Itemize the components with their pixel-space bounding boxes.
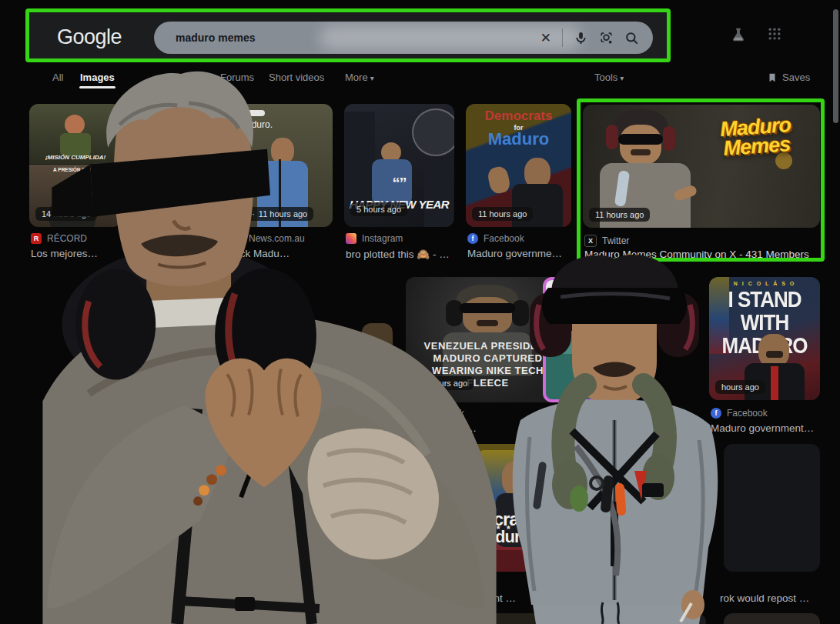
result-source[interactable]: f Facebook — [711, 408, 820, 419]
labs-flask-icon[interactable] — [730, 26, 747, 46]
timestamp-badge: ▶·11 hours ago — [237, 207, 313, 221]
clear-search-icon[interactable]: ✕ — [540, 32, 551, 45]
play-icon: ▶ — [243, 211, 248, 218]
chevron-down-icon: ▾ — [370, 74, 374, 82]
result-source[interactable]: Instagram — [346, 233, 454, 244]
result-title[interactable]: Maduro government… — [711, 422, 820, 434]
news-favicon: n — [233, 233, 243, 244]
dark-figure — [424, 158, 453, 227]
result-tile-fragment[interactable] — [583, 613, 706, 624]
result-tile-fragment[interactable] — [362, 323, 393, 402]
apps-grid-icon[interactable] — [767, 26, 782, 46]
meme-caption: Maduro — [466, 129, 571, 149]
result-title[interactable]: rok would repost … — [720, 592, 820, 604]
photo-panel — [554, 300, 591, 354]
result-tile-democrats-2[interactable]: ★ ★ ★ ★ Democrats for Maduro 11 hours ag… — [408, 444, 571, 572]
timestamp-badge: 11 hours ago — [414, 541, 475, 555]
wrestler-face — [59, 182, 85, 205]
inset-circle — [412, 108, 454, 156]
tab-all[interactable]: All — [52, 72, 63, 83]
result-tile-democrats[interactable]: Democrats for Maduro 11 hours ago — [466, 104, 571, 227]
instagram-favicon — [346, 233, 356, 244]
result-highlight-box — [577, 98, 825, 262]
result-tile-fragment[interactable] — [724, 613, 820, 624]
search-query-text: maduro memes — [176, 32, 255, 44]
meme-caption: A PRESIÓN QUE… — [29, 167, 122, 172]
active-tab-underline — [79, 86, 115, 88]
meme-caption: Maduro. — [239, 119, 273, 130]
timestamp-badge: 14 hours ago — [35, 207, 97, 221]
mustache — [766, 351, 783, 358]
timestamp-badge: hours ago — [715, 380, 765, 394]
meme-caption: NICOLAS MA… — [546, 280, 600, 291]
meme-caption: Democrats — [466, 108, 571, 124]
result-title[interactable]: . . . . . #Ma… — [325, 592, 399, 604]
facebook-favicon: f — [711, 408, 721, 419]
result-source[interactable]: f Facebook — [410, 578, 571, 589]
result-title[interactable]: bro plotted this 🙈 - … — [346, 248, 454, 260]
bookmark-icon — [767, 72, 778, 83]
scrollbar-thumb[interactable] — [833, 9, 838, 123]
search-bar-highlight-box: Google maduro memes ✕ — [25, 8, 671, 62]
tools-button[interactable]: Tools▾ — [594, 72, 624, 83]
divider — [562, 28, 563, 47]
result-title[interactable]: Maduro government … — [410, 592, 571, 604]
result-tile-woman[interactable] — [323, 462, 397, 572]
result-tile-grok[interactable] — [724, 444, 820, 572]
maduro-face — [502, 461, 533, 496]
result-tile-record[interactable]: ¡MISIÓN CUMPLIDA! A PRESIÓN QUE… 14 hour… — [29, 104, 122, 227]
search-submit-icon[interactable] — [624, 31, 639, 45]
sunglasses — [460, 303, 515, 313]
tab-more[interactable]: More▾ — [345, 72, 374, 83]
facebook-favicon: f — [407, 408, 418, 419]
facebook-favicon: f — [410, 578, 420, 589]
timestamp-badge: 5 hours ago — [350, 202, 407, 216]
face — [346, 494, 362, 512]
red-tie — [771, 366, 778, 400]
result-title[interactable]: Los mejores… — [31, 248, 122, 259]
record-favicon: R — [31, 233, 42, 244]
google-lens-icon[interactable] — [599, 31, 614, 45]
tab-forums[interactable]: Forums — [220, 72, 254, 83]
facebook-favicon: f — [467, 233, 478, 244]
ear-protector — [512, 300, 529, 326]
mic-icon[interactable] — [574, 31, 588, 45]
puppet-face — [65, 115, 85, 135]
chevron-down-icon: ▾ — [620, 74, 624, 82]
google-logo[interactable]: Google — [57, 25, 122, 49]
puppet-body — [60, 133, 91, 156]
timestamp-badge: 11 hours ago — [472, 207, 533, 221]
result-title[interactable]: sick Madu… — [233, 248, 333, 259]
watermark-badge — [239, 110, 265, 116]
maduro-face — [271, 138, 294, 164]
result-source[interactable]: f Facebook — [407, 408, 570, 419]
meme-caption: ¡MISIÓN CUMPLIDA! — [29, 154, 122, 161]
result-tile-fragment[interactable] — [408, 613, 571, 624]
result-source[interactable]: f Facebook — [467, 233, 571, 244]
result-source[interactable]: R RÉCORD — [31, 233, 122, 244]
timestamp-badge: 16 hours ago — [412, 376, 474, 390]
result-title[interactable]: Tech Fleece … — [407, 422, 570, 434]
result-tile-i-stand[interactable]: N I C O L Á S O I STAND WITH MADURO hour… — [709, 277, 820, 400]
tab-images[interactable]: Images — [80, 72, 115, 83]
quote-marks: “” — [344, 175, 454, 192]
result-tile-fragment[interactable] — [350, 613, 397, 624]
mustache — [477, 320, 498, 326]
result-source[interactable]: n News.com.au — [233, 233, 333, 244]
search-input[interactable]: maduro memes ✕ — [154, 22, 653, 54]
result-tile-new-year[interactable]: “” HAPPY NEW YEAR 5 hours ago — [344, 104, 454, 227]
google-images-page: Google maduro memes ✕ — [0, 0, 840, 624]
result-title[interactable]: Maduro governme… — [467, 248, 571, 259]
tab-short-videos[interactable]: Short videos — [269, 72, 324, 83]
saves-button[interactable]: Saves — [767, 72, 810, 83]
car-window — [366, 468, 397, 525]
result-tile-nicolas[interactable]: NICOLAS MA… — [543, 277, 603, 402]
result-tile-maduro-video[interactable]: Maduro. ▶·11 hours ago — [231, 104, 333, 227]
